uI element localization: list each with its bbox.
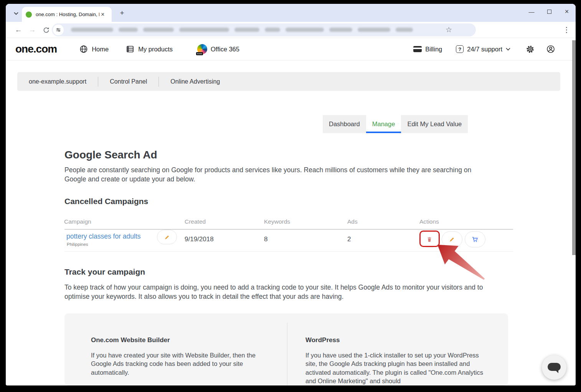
tab-search-button[interactable] [11, 9, 21, 18]
chat-bubble-icon [548, 363, 561, 371]
pencil-icon [449, 236, 456, 243]
settings-button[interactable] [526, 45, 535, 54]
breadcrumb-domain[interactable]: one-example.support [17, 78, 98, 85]
wordpress-text: If you have used the 1-click installer t… [305, 351, 486, 385]
nav-home-label: Home [92, 46, 109, 53]
browser-tabstrip: one.com : Hosting, Domain, Em × + — × [6, 4, 576, 22]
table-row-rule [64, 251, 513, 252]
campaign-created-cell: 9/19/2018 [185, 236, 214, 243]
account-icon [546, 44, 555, 54]
campaign-name-link[interactable]: pottery classes for adults [66, 232, 141, 240]
table-header-rule [64, 229, 513, 230]
back-button[interactable]: ← [13, 25, 23, 35]
nav-home[interactable]: Home [79, 44, 109, 54]
minimize-button[interactable]: — [523, 4, 540, 19]
gear-icon [526, 45, 535, 54]
section-tabs: Dashboard Manage Edit My Lead Value [323, 115, 468, 133]
track-campaign-text: To keep track of how your campaign is do… [64, 283, 502, 301]
site-header: one.com Home My products M365 Office 365 [6, 38, 572, 61]
browser-menu-button[interactable]: ⋮ [563, 25, 570, 34]
campaign-keywords-cell: 8 [264, 236, 267, 243]
tab-manage[interactable]: Manage [366, 115, 401, 133]
cart-icon [471, 236, 479, 243]
globe-icon [79, 44, 88, 54]
chevron-down-icon [506, 48, 510, 51]
website-builder-text: If you have created your site with Websi… [91, 351, 266, 377]
rename-campaign-button[interactable] [157, 230, 177, 244]
support-menu[interactable]: ? 24/7 support [456, 45, 510, 53]
forward-button: → [27, 25, 37, 35]
page-title: Google Search Ad [64, 149, 157, 161]
breadcrumb-online-advertising[interactable]: Online Advertising [159, 78, 231, 85]
address-bar[interactable]: ☆ [52, 23, 476, 36]
breadcrumb-control-panel[interactable]: Control Panel [98, 78, 158, 85]
close-window-button[interactable]: × [558, 4, 576, 19]
billing-card-icon [413, 46, 422, 52]
maximize-button[interactable] [540, 4, 558, 19]
onecom-logo[interactable]: one.com [15, 43, 57, 55]
annotation-highlight-box [419, 231, 440, 247]
nav-office365-label: Office 365 [211, 46, 239, 53]
maximize-icon [547, 10, 551, 14]
tracking-info-panel: One.com Website Builder If you have crea… [64, 313, 508, 385]
tab-title: one.com : Hosting, Domain, Em [36, 12, 99, 17]
browser-toolbar: ← → ☆ ⋮ [6, 22, 576, 38]
billing-label: Billing [425, 46, 442, 53]
help-icon: ? [456, 45, 464, 53]
url-text-blurred [71, 28, 413, 32]
column-header-keywords: Keywords [264, 218, 290, 225]
minimize-icon: — [529, 8, 535, 15]
bookmark-star-icon[interactable]: ☆ [446, 25, 452, 34]
new-tab-button[interactable]: + [117, 8, 127, 18]
breadcrumb: one-example.support Control Panel Online… [17, 72, 560, 91]
track-campaign-heading: Track your campaign [64, 267, 145, 277]
column-header-ads: Ads [347, 218, 358, 225]
panel-divider [287, 323, 287, 385]
site-controls-button[interactable] [53, 25, 64, 35]
intro-text: People are constantly searching on Googl… [64, 166, 487, 184]
tab-dashboard[interactable]: Dashboard [323, 115, 366, 133]
support-label: 24/7 support [467, 46, 502, 53]
column-header-campaign: Campaign [64, 218, 91, 225]
pencil-icon [164, 234, 170, 240]
chat-support-button[interactable] [542, 355, 566, 380]
cancelled-campaigns-heading: Cancelled Campaigns [64, 197, 148, 206]
close-icon: × [565, 8, 569, 16]
nav-office365[interactable]: M365 Office 365 [197, 44, 239, 54]
site-favicon [26, 12, 32, 18]
column-header-actions: Actions [419, 218, 439, 225]
nav-my-products-label: My products [138, 46, 173, 53]
reload-button[interactable] [41, 25, 51, 35]
column-header-created: Created [185, 218, 206, 225]
account-button[interactable] [546, 44, 555, 54]
tune-icon [55, 27, 61, 33]
tab-edit-my-lead-value[interactable]: Edit My Lead Value [401, 115, 468, 133]
page-scrollbar[interactable] [572, 40, 576, 255]
campaign-location: Philippines [67, 242, 88, 247]
office365-badge: M365 [196, 52, 203, 55]
browser-window: one.com : Hosting, Domain, Em × + — × ← … [6, 4, 576, 385]
products-list-icon [125, 44, 135, 54]
reorder-campaign-button[interactable] [465, 231, 485, 247]
edit-campaign-button[interactable] [442, 231, 462, 247]
tab-close-icon[interactable]: × [101, 12, 104, 18]
campaign-ads-cell: 2 [347, 236, 351, 243]
browser-tab[interactable]: one.com : Hosting, Domain, Em × [22, 7, 112, 22]
nav-my-products[interactable]: My products [125, 44, 173, 54]
office365-icon: M365 [197, 44, 207, 54]
chevron-down-icon [14, 12, 18, 15]
billing-button[interactable]: Billing [413, 46, 442, 53]
website-builder-title: One.com Website Builder [91, 336, 266, 344]
window-controls: — × [523, 4, 576, 19]
reload-icon [43, 26, 50, 34]
wordpress-title: WordPress [305, 336, 486, 344]
